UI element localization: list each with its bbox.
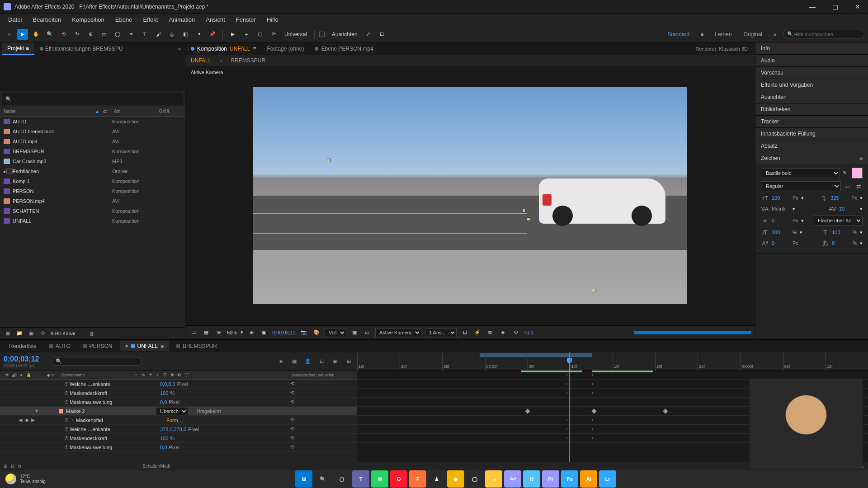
3d-tool[interactable]: ▢	[255, 29, 265, 40]
panel-overflow-icon[interactable]: »	[176, 46, 183, 52]
interpret-footage-icon[interactable]: ▦	[4, 329, 12, 338]
frame-blend-col-icon[interactable]: ⊡	[162, 372, 168, 377]
selection-tool[interactable]: ▶	[17, 29, 28, 40]
dropdown-icon[interactable]: ▾	[801, 195, 804, 201]
weather-widget[interactable]: 12°C Teilw. sonnig	[5, 474, 46, 484]
fill-over-stroke-select[interactable]: Fläche über Kon...	[813, 216, 863, 225]
track-row[interactable]	[357, 371, 868, 380]
timeline-current-time[interactable]: 0;00;03;12	[4, 355, 39, 363]
taskbar-app-whatsapp[interactable]: W	[371, 470, 388, 488]
leading-value[interactable]: 325	[830, 195, 849, 201]
stopwatch-icon[interactable]: ⏱	[63, 444, 70, 450]
property-row[interactable]: ⏱ Maskendeckkraft 100 % ⟲	[0, 434, 357, 443]
menu-komposition[interactable]: Komposition	[67, 14, 109, 25]
puppet-tool[interactable]: 📌	[207, 29, 218, 40]
motion-blur-icon[interactable]: ◉	[330, 357, 340, 366]
workspace-lernen[interactable]: Lernen	[710, 31, 736, 38]
lock-switch-icon[interactable]: 🔒	[25, 373, 32, 377]
workspace-original[interactable]: Original	[739, 31, 767, 38]
hscale-value[interactable]: 100	[832, 230, 850, 235]
taskbar-app-taskview[interactable]: ▢	[333, 470, 350, 488]
ruler-tick[interactable]: 20f	[655, 352, 698, 371]
zoom-value[interactable]: 50%	[227, 330, 237, 335]
taskbar-app-lightroom[interactable]: Lr	[599, 470, 616, 488]
project-item[interactable]: UNFALL Komposition	[0, 216, 185, 226]
subtab-unfall[interactable]: UNFALL	[191, 57, 211, 64]
new-folder-icon[interactable]: 📁	[15, 329, 24, 338]
ruler-tick[interactable]: 04:00f	[741, 352, 783, 371]
ruler-tick[interactable]: 15f	[826, 352, 868, 371]
project-item[interactable]: AUTO bremst.mp4 AVI	[0, 127, 185, 136]
view-select[interactable]: Aktive Kamera	[375, 328, 421, 337]
timeline-search[interactable]: 🔍	[52, 357, 142, 366]
col-type[interactable]: Art	[114, 109, 159, 114]
settings-icon[interactable]: ⚙	[39, 329, 47, 338]
timeline-icon[interactable]: ⧉	[486, 328, 495, 337]
composition-frame[interactable]	[253, 87, 687, 304]
stopwatch-icon[interactable]: ⏱	[63, 435, 70, 441]
keyframe[interactable]	[591, 408, 596, 413]
menu-bearbeiten[interactable]: Bearbeiten	[28, 14, 66, 25]
subtab-bremsspur[interactable]: BREMSSPUR	[231, 57, 265, 64]
toggle-in-out-icon[interactable]: ⧉	[18, 464, 21, 469]
swap-colors-icon[interactable]: ⇄	[854, 182, 863, 190]
col-label[interactable]: 🏷	[103, 109, 114, 114]
pickwhip-icon[interactable]: ⟲	[290, 426, 294, 432]
taskbar-app-firefox[interactable]: F	[409, 470, 426, 488]
tracks-playhead[interactable]	[569, 371, 570, 462]
workspace-standard[interactable]: Standard	[663, 31, 694, 38]
ellipse-tool[interactable]: ◯	[112, 29, 123, 40]
tab-effect-settings[interactable]: Effekteinstellungen BREMSSPU	[34, 43, 128, 55]
project-item[interactable]: AUTO Komposition	[0, 117, 185, 127]
local-axis-tool[interactable]: ▶	[227, 29, 238, 40]
comp-tab-layer[interactable]: Ebene PERSON.mp4	[311, 44, 377, 54]
maximize-button[interactable]: ▢	[828, 3, 842, 10]
property-row[interactable]: ⏱ Weiche …enkante 0,0,0,0 Pixel ⟲	[0, 380, 357, 389]
pen-tool[interactable]: ✒	[126, 29, 137, 40]
hand-tool[interactable]: ✋	[31, 29, 42, 40]
tsume-value[interactable]: 0	[832, 240, 850, 246]
zoom-tool[interactable]: 🔍	[44, 29, 55, 40]
motion-blur-col-icon[interactable]: ◉	[169, 372, 175, 377]
trash-icon[interactable]: 🗑	[88, 329, 96, 338]
timeline-tab-renderlist[interactable]: Renderliste	[4, 341, 42, 351]
taskbar-app-aftereffects[interactable]: Ae	[504, 470, 521, 488]
invert-label[interactable]: Umgekehrt	[197, 408, 221, 414]
timeline-ruler[interactable]: 15f20f25f03:00f05f10f15f20f25f04:00f05f1…	[357, 352, 868, 371]
video-switch-icon[interactable]: 👁	[4, 373, 10, 377]
solo-switch-icon[interactable]: ●	[18, 373, 24, 377]
panel-inhaltsbasierte-füllung[interactable]: Inhaltsbasierte Füllung	[755, 128, 868, 140]
resolution-icon[interactable]: ⊞	[247, 328, 256, 337]
renderer-value[interactable]: Klassisch 3D	[719, 46, 748, 52]
keyframe-nav-prev[interactable]: ◀	[17, 417, 24, 423]
property-value[interactable]: 100	[160, 390, 168, 396]
channel-icon[interactable]: 🎨	[312, 328, 321, 337]
project-item[interactable]: PERSON.mp4 AVI	[0, 196, 185, 206]
pickwhip-icon[interactable]: ⟲	[290, 399, 294, 404]
composition-viewer[interactable]: Aktive Kamera	[185, 66, 755, 325]
panel-absatz[interactable]: Absatz	[755, 140, 868, 152]
dropdown-icon[interactable]: ▾	[241, 329, 243, 335]
stopwatch-icon[interactable]: ⏱	[63, 426, 70, 432]
roto-tool[interactable]: ✦	[193, 29, 204, 40]
no-fill-icon[interactable]: ▱	[844, 182, 852, 190]
panel-vorschau[interactable]: Vorschau	[755, 67, 868, 79]
taskbar-app-illustrator[interactable]: Ai	[580, 470, 597, 488]
taskbar-app-search[interactable]: 🔍	[314, 470, 331, 488]
help-search[interactable]: 🔍	[783, 30, 864, 38]
keyframe[interactable]	[525, 408, 530, 413]
panel-info[interactable]: Info	[755, 42, 868, 54]
font-family-select[interactable]: Bastile bold	[761, 168, 840, 178]
roi-icon[interactable]: ▣	[259, 328, 269, 337]
toggle-modes-icon[interactable]: ⊡	[11, 464, 14, 469]
shy-icon[interactable]: 👤	[303, 357, 313, 366]
project-search[interactable]: 🔍	[2, 93, 183, 105]
dropdown-icon[interactable]: ▾	[860, 240, 863, 246]
mask-name[interactable]: Maske 2	[66, 408, 156, 414]
stopwatch-icon[interactable]: ⏱	[63, 399, 70, 405]
ruler-tick[interactable]: 05f	[783, 352, 826, 371]
project-item[interactable]: BREMSSPUR Komposition	[0, 146, 185, 156]
views-count-select[interactable]: 1 Ansi...	[425, 328, 457, 337]
align-checkbox[interactable]	[319, 32, 325, 37]
frame-blend-icon[interactable]: ⊡	[316, 357, 326, 366]
